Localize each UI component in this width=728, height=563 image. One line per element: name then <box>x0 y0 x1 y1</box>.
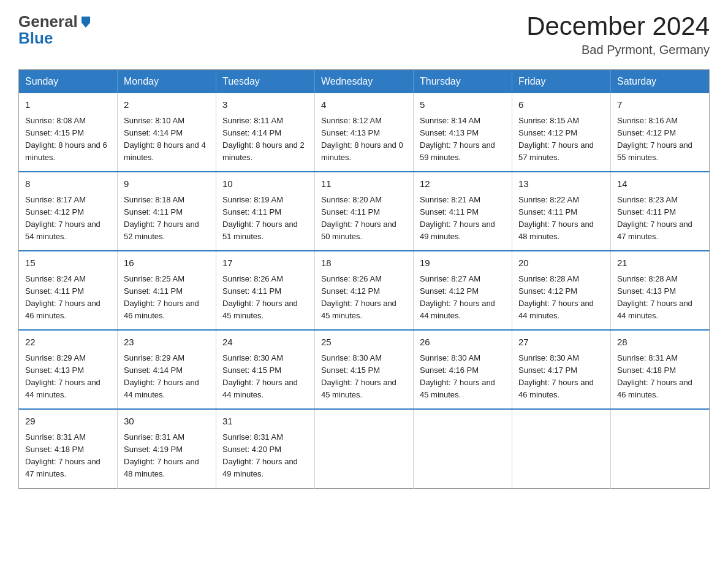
day-info: Sunrise: 8:30 AMSunset: 4:15 PMDaylight:… <box>321 352 407 402</box>
calendar-cell: 4Sunrise: 8:12 AMSunset: 4:13 PMDaylight… <box>315 93 414 172</box>
day-number: 17 <box>222 256 308 270</box>
calendar-week-row-4: 22Sunrise: 8:29 AMSunset: 4:13 PMDayligh… <box>19 330 710 409</box>
calendar-cell: 14Sunrise: 8:23 AMSunset: 4:11 PMDayligh… <box>611 172 710 251</box>
day-number: 10 <box>222 177 308 191</box>
calendar-cell: 19Sunrise: 8:27 AMSunset: 4:12 PMDayligh… <box>414 251 512 330</box>
day-info: Sunrise: 8:26 AMSunset: 4:11 PMDaylight:… <box>222 273 308 323</box>
calendar-cell: 6Sunrise: 8:15 AMSunset: 4:12 PMDaylight… <box>512 93 611 172</box>
day-info: Sunrise: 8:20 AMSunset: 4:11 PMDaylight:… <box>321 194 407 243</box>
day-info: Sunrise: 8:25 AMSunset: 4:11 PMDaylight:… <box>124 273 210 323</box>
day-number: 15 <box>25 256 111 270</box>
calendar-cell <box>611 409 710 488</box>
calendar-cell: 5Sunrise: 8:14 AMSunset: 4:13 PMDaylight… <box>414 93 512 172</box>
calendar-cell: 13Sunrise: 8:22 AMSunset: 4:11 PMDayligh… <box>512 172 611 251</box>
calendar-cell: 28Sunrise: 8:31 AMSunset: 4:18 PMDayligh… <box>611 330 710 409</box>
calendar-header-row: Sunday Monday Tuesday Wednesday Thursday… <box>19 70 710 94</box>
logo-arrow-icon <box>79 15 93 29</box>
day-info: Sunrise: 8:24 AMSunset: 4:11 PMDaylight:… <box>25 273 111 323</box>
col-tuesday: Tuesday <box>216 70 315 94</box>
location-subtitle: Bad Pyrmont, Germany <box>526 43 710 57</box>
day-number: 5 <box>420 98 506 112</box>
calendar-table: Sunday Monday Tuesday Wednesday Thursday… <box>18 69 710 488</box>
calendar-week-row-2: 8Sunrise: 8:17 AMSunset: 4:12 PMDaylight… <box>19 172 710 251</box>
day-info: Sunrise: 8:12 AMSunset: 4:13 PMDaylight:… <box>321 115 407 164</box>
calendar-cell: 21Sunrise: 8:28 AMSunset: 4:13 PMDayligh… <box>611 251 710 330</box>
day-info: Sunrise: 8:23 AMSunset: 4:11 PMDaylight:… <box>617 194 703 243</box>
day-info: Sunrise: 8:11 AMSunset: 4:14 PMDaylight:… <box>222 115 308 164</box>
day-info: Sunrise: 8:10 AMSunset: 4:14 PMDaylight:… <box>124 115 210 164</box>
day-number: 8 <box>25 177 111 191</box>
calendar-cell: 29Sunrise: 8:31 AMSunset: 4:18 PMDayligh… <box>19 409 118 488</box>
calendar-cell <box>512 409 611 488</box>
day-number: 25 <box>321 335 407 350</box>
day-number: 13 <box>518 177 604 191</box>
calendar-cell: 3Sunrise: 8:11 AMSunset: 4:14 PMDaylight… <box>216 93 315 172</box>
day-info: Sunrise: 8:21 AMSunset: 4:11 PMDaylight:… <box>420 194 506 243</box>
day-info: Sunrise: 8:31 AMSunset: 4:18 PMDaylight:… <box>617 352 703 402</box>
day-info: Sunrise: 8:31 AMSunset: 4:18 PMDaylight:… <box>25 431 111 481</box>
day-number: 16 <box>124 256 210 270</box>
day-info: Sunrise: 8:30 AMSunset: 4:16 PMDaylight:… <box>420 352 506 402</box>
calendar-cell: 20Sunrise: 8:28 AMSunset: 4:12 PMDayligh… <box>512 251 611 330</box>
calendar-cell: 23Sunrise: 8:29 AMSunset: 4:14 PMDayligh… <box>118 330 216 409</box>
day-info: Sunrise: 8:26 AMSunset: 4:12 PMDaylight:… <box>321 273 407 323</box>
day-info: Sunrise: 8:31 AMSunset: 4:20 PMDaylight:… <box>222 431 308 481</box>
day-number: 21 <box>617 256 703 270</box>
calendar-cell: 9Sunrise: 8:18 AMSunset: 4:11 PMDaylight… <box>118 172 216 251</box>
col-friday: Friday <box>512 70 611 94</box>
day-number: 26 <box>420 335 506 350</box>
logo: General Blue <box>18 12 93 48</box>
day-info: Sunrise: 8:17 AMSunset: 4:12 PMDaylight:… <box>25 194 111 243</box>
day-number: 29 <box>25 415 111 429</box>
day-info: Sunrise: 8:28 AMSunset: 4:12 PMDaylight:… <box>518 273 604 323</box>
calendar-cell: 22Sunrise: 8:29 AMSunset: 4:13 PMDayligh… <box>19 330 118 409</box>
col-sunday: Sunday <box>19 70 118 94</box>
day-info: Sunrise: 8:29 AMSunset: 4:13 PMDaylight:… <box>25 352 111 402</box>
svg-marker-0 <box>82 17 90 28</box>
day-info: Sunrise: 8:27 AMSunset: 4:12 PMDaylight:… <box>420 273 506 323</box>
day-number: 14 <box>617 177 703 191</box>
day-number: 2 <box>124 98 210 112</box>
day-info: Sunrise: 8:18 AMSunset: 4:11 PMDaylight:… <box>124 194 210 243</box>
calendar-week-row-1: 1Sunrise: 8:08 AMSunset: 4:15 PMDaylight… <box>19 93 710 172</box>
calendar-cell <box>414 409 512 488</box>
calendar-cell: 11Sunrise: 8:20 AMSunset: 4:11 PMDayligh… <box>315 172 414 251</box>
day-info: Sunrise: 8:30 AMSunset: 4:17 PMDaylight:… <box>518 352 604 402</box>
day-info: Sunrise: 8:16 AMSunset: 4:12 PMDaylight:… <box>617 115 703 164</box>
day-info: Sunrise: 8:29 AMSunset: 4:14 PMDaylight:… <box>124 352 210 402</box>
calendar-cell: 18Sunrise: 8:26 AMSunset: 4:12 PMDayligh… <box>315 251 414 330</box>
calendar-week-row-3: 15Sunrise: 8:24 AMSunset: 4:11 PMDayligh… <box>19 251 710 330</box>
calendar-cell: 1Sunrise: 8:08 AMSunset: 4:15 PMDaylight… <box>19 93 118 172</box>
calendar-cell: 17Sunrise: 8:26 AMSunset: 4:11 PMDayligh… <box>216 251 315 330</box>
calendar-week-row-5: 29Sunrise: 8:31 AMSunset: 4:18 PMDayligh… <box>19 409 710 488</box>
day-info: Sunrise: 8:30 AMSunset: 4:15 PMDaylight:… <box>222 352 308 402</box>
day-info: Sunrise: 8:14 AMSunset: 4:13 PMDaylight:… <box>420 115 506 164</box>
calendar-cell: 24Sunrise: 8:30 AMSunset: 4:15 PMDayligh… <box>216 330 315 409</box>
day-info: Sunrise: 8:19 AMSunset: 4:11 PMDaylight:… <box>222 194 308 243</box>
day-number: 18 <box>321 256 407 270</box>
day-number: 27 <box>518 335 604 350</box>
day-number: 19 <box>420 256 506 270</box>
calendar-cell: 31Sunrise: 8:31 AMSunset: 4:20 PMDayligh… <box>216 409 315 488</box>
day-info: Sunrise: 8:28 AMSunset: 4:13 PMDaylight:… <box>617 273 703 323</box>
calendar-cell: 27Sunrise: 8:30 AMSunset: 4:17 PMDayligh… <box>512 330 611 409</box>
calendar-cell: 7Sunrise: 8:16 AMSunset: 4:12 PMDaylight… <box>611 93 710 172</box>
day-number: 23 <box>124 335 210 350</box>
calendar-cell: 10Sunrise: 8:19 AMSunset: 4:11 PMDayligh… <box>216 172 315 251</box>
logo-blue-text: Blue <box>18 29 53 48</box>
calendar-cell: 30Sunrise: 8:31 AMSunset: 4:19 PMDayligh… <box>118 409 216 488</box>
day-number: 4 <box>321 98 407 112</box>
month-year-title: December 2024 <box>526 12 710 40</box>
day-number: 22 <box>25 335 111 350</box>
calendar-cell: 16Sunrise: 8:25 AMSunset: 4:11 PMDayligh… <box>118 251 216 330</box>
day-info: Sunrise: 8:08 AMSunset: 4:15 PMDaylight:… <box>25 115 111 164</box>
day-number: 11 <box>321 177 407 191</box>
day-number: 31 <box>222 415 308 429</box>
calendar-cell: 12Sunrise: 8:21 AMSunset: 4:11 PMDayligh… <box>414 172 512 251</box>
day-number: 24 <box>222 335 308 350</box>
day-number: 3 <box>222 98 308 112</box>
col-wednesday: Wednesday <box>315 70 414 94</box>
col-monday: Monday <box>118 70 216 94</box>
col-thursday: Thursday <box>414 70 512 94</box>
title-section: December 2024 Bad Pyrmont, Germany <box>526 12 710 57</box>
